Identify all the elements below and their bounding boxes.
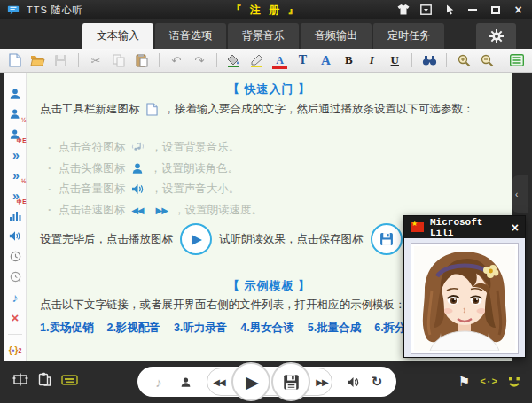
rewind-button[interactable]: ◀◀ bbox=[208, 367, 230, 397]
tab-audio-output[interactable]: 音频输出 bbox=[300, 23, 372, 49]
bullet-dot: · bbox=[48, 183, 51, 196]
settings-button[interactable] bbox=[476, 23, 516, 49]
fast-forward-button[interactable]: ▶▶ bbox=[311, 367, 332, 397]
batch-variable-icon[interactable]: {▪}2 bbox=[5, 340, 26, 360]
copy-button[interactable] bbox=[111, 52, 127, 68]
undo-button[interactable]: ↶ bbox=[168, 52, 184, 68]
new-file-button[interactable] bbox=[7, 52, 23, 68]
bullet-text: 点击音符图标 bbox=[59, 140, 125, 155]
save-audio-button[interactable] bbox=[271, 362, 310, 401]
gear-icon bbox=[489, 29, 504, 43]
paste-button[interactable] bbox=[134, 52, 150, 68]
save-button[interactable] bbox=[53, 52, 69, 68]
volume-inline-icon bbox=[131, 183, 145, 195]
play-icon: ▶ bbox=[246, 372, 259, 392]
music-note-icon[interactable]: ♪ bbox=[5, 287, 26, 307]
person-inline-icon bbox=[131, 162, 144, 174]
template-link-batch[interactable]: 5.批量合成 bbox=[308, 321, 361, 336]
playbar-voice-button[interactable] bbox=[175, 367, 196, 397]
clock-repeat-icon[interactable] bbox=[5, 267, 26, 287]
equalizer-icon[interactable] bbox=[5, 205, 26, 226]
play-button[interactable]: ▶ bbox=[231, 362, 270, 401]
rewind-inline-icon: ◀◀ bbox=[131, 205, 143, 215]
bullet-text: ，设置朗读速度。 bbox=[174, 203, 262, 218]
clipboard-copy-icon[interactable] bbox=[38, 372, 51, 387]
italic-button[interactable]: I bbox=[364, 52, 379, 68]
china-flag-icon: ★ bbox=[411, 222, 424, 232]
tab-background-music[interactable]: 背景音乐 bbox=[227, 23, 299, 49]
forward-inline-icon: ▶▶ bbox=[156, 205, 168, 215]
open-file-button[interactable] bbox=[30, 52, 46, 68]
file-list-button[interactable] bbox=[509, 52, 525, 68]
voice-role-zh-en-icon[interactable]: 中E bbox=[5, 124, 26, 144]
playsave-text-2: 试听朗读效果，点击保存图标 bbox=[219, 232, 364, 247]
maximize-button[interactable] bbox=[489, 4, 502, 17]
click-through-icon[interactable] bbox=[442, 4, 456, 17]
popup-body bbox=[404, 238, 525, 359]
find-button[interactable] bbox=[421, 52, 437, 68]
scissors-icon: ✂ bbox=[90, 54, 100, 67]
bullet-text: ，设置朗读角色。 bbox=[150, 161, 239, 176]
volume-button[interactable] bbox=[341, 367, 364, 397]
template-link-duet[interactable]: 4.男女合读 bbox=[240, 321, 293, 336]
bold-glyph: B bbox=[345, 53, 353, 67]
code-icon[interactable]: <∙> bbox=[480, 376, 497, 387]
desktop-window-icon[interactable] bbox=[12, 373, 28, 387]
playbar-music-button[interactable]: ♪ bbox=[146, 367, 171, 397]
music-glyph: ♪ bbox=[155, 375, 162, 390]
font-color-button[interactable]: A bbox=[272, 52, 288, 68]
playsave-text-1: 设置完毕后，点击播放图标 bbox=[40, 232, 173, 247]
template-link-dubbing[interactable]: 2.影视配音 bbox=[106, 321, 160, 336]
close-button[interactable]: × bbox=[512, 4, 525, 17]
clock-icon[interactable] bbox=[5, 246, 26, 267]
delete-icon[interactable]: × bbox=[5, 307, 26, 328]
popup-close-button[interactable]: × bbox=[512, 221, 519, 234]
binoculars-icon bbox=[422, 55, 437, 66]
boss-key-icon[interactable] bbox=[419, 4, 433, 17]
template-link-listening[interactable]: 3.听力录音 bbox=[174, 321, 227, 336]
flag-icon[interactable]: ⚑ bbox=[458, 374, 470, 390]
tab-voice-options[interactable]: 语音选项 bbox=[154, 23, 226, 49]
loop-button[interactable]: ↻ bbox=[366, 367, 387, 397]
tab-bar: 文本输入 语音选项 背景音乐 音频输出 定时任务 bbox=[0, 19, 532, 49]
voice-role-icon[interactable] bbox=[5, 83, 26, 104]
avatar-frame bbox=[411, 243, 519, 354]
undo-icon: ↶ bbox=[171, 54, 181, 67]
font-t-glyph: T bbox=[299, 53, 307, 67]
skin-icon[interactable] bbox=[396, 4, 410, 17]
bottom-bar: ♪ ◀◀ ▶▶ ↻ ▶ ⚑ <∙> bbox=[0, 361, 532, 403]
font-size-button[interactable]: A bbox=[317, 52, 333, 68]
speed-zh-en-icon[interactable]: »中E bbox=[5, 185, 26, 205]
zoom-in-button[interactable] bbox=[456, 52, 472, 68]
app-logo-icon bbox=[7, 4, 20, 16]
intro-line: 点击工具栏新建图标 ，接着输入要合成的文字，然后通过播放条设置以下可选参数： bbox=[40, 102, 474, 117]
underline-button[interactable]: U bbox=[387, 52, 403, 68]
file-panel-toggle[interactable]: ‹ bbox=[512, 175, 528, 213]
highlight-button[interactable] bbox=[249, 52, 265, 68]
tab-scheduled-tasks[interactable]: 定时任务 bbox=[372, 23, 444, 49]
zoom-out-button[interactable] bbox=[479, 52, 495, 68]
brace-number: 2 bbox=[18, 347, 21, 353]
minimize-button[interactable] bbox=[466, 4, 479, 17]
new-file-inline-icon bbox=[146, 103, 158, 116]
speed-icon[interactable]: » bbox=[5, 144, 26, 165]
volume-icon[interactable] bbox=[5, 226, 26, 246]
half-badge: ½ bbox=[21, 179, 26, 185]
tab-text-input[interactable]: 文本输入 bbox=[82, 23, 153, 49]
cut-button[interactable]: ✂ bbox=[88, 52, 104, 68]
popup-header[interactable]: ★ Microsoft Lili × bbox=[404, 216, 525, 238]
chevrons-glyph: » bbox=[12, 148, 18, 162]
bullet-text: ，设置声音大小。 bbox=[151, 182, 239, 197]
template-link-promo[interactable]: 1.卖场促销 bbox=[40, 321, 93, 336]
avatar bbox=[414, 246, 515, 351]
italic-glyph: I bbox=[370, 53, 374, 67]
fill-color-button[interactable] bbox=[226, 52, 242, 68]
font-button[interactable]: T bbox=[294, 52, 310, 68]
redo-button[interactable]: ↷ bbox=[192, 52, 207, 68]
keyboard-icon[interactable] bbox=[61, 374, 78, 386]
voice-role-half-icon[interactable]: ½ bbox=[5, 104, 26, 124]
bullet-text: 点击语速图标 bbox=[59, 203, 125, 218]
speed-half-icon[interactable]: »½ bbox=[5, 165, 26, 185]
smiley-icon[interactable] bbox=[507, 376, 521, 388]
bold-button[interactable]: B bbox=[340, 52, 356, 68]
